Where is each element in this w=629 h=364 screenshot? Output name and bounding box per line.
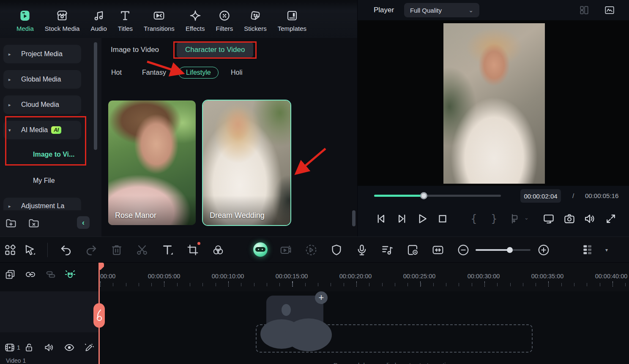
new-folder-icon[interactable] <box>5 217 17 229</box>
lock-icon[interactable] <box>24 342 35 353</box>
ai-eye <box>262 249 263 250</box>
playhead-grip[interactable] <box>93 303 105 328</box>
delete-folder-icon[interactable] <box>28 217 40 229</box>
sidebar-item-my-file[interactable]: My File <box>0 173 98 188</box>
zoom-in-icon[interactable] <box>537 243 550 257</box>
tab-label: Lifestyle <box>186 69 211 76</box>
sidebar-item-project-media[interactable]: ▸ Project Media <box>3 45 81 63</box>
preview-viewport[interactable] <box>358 20 629 186</box>
nav-item-templates[interactable]: Templates <box>272 9 312 32</box>
volume-button[interactable] <box>583 212 596 225</box>
color-match-icon[interactable] <box>211 243 225 257</box>
sidebar-item-label: Cloud Media <box>21 101 59 109</box>
previous-frame-button[interactable] <box>375 212 387 225</box>
track-label: Video 1 <box>6 357 26 364</box>
category-tab-holi[interactable]: Holi <box>231 69 243 76</box>
quality-dropdown[interactable]: Full Quality ⌄ <box>404 3 479 17</box>
content-scrollbar[interactable] <box>352 210 356 226</box>
shield-icon[interactable] <box>330 243 343 257</box>
add-to-timeline-icon[interactable] <box>4 269 16 280</box>
player-panel: Player Full Quality ⌄ 00:00:02 <box>357 0 629 236</box>
sidebar-item-ai-media[interactable]: ▾ AI Media AI <box>3 121 81 139</box>
link-clips-icon[interactable] <box>25 269 36 280</box>
ruler-label: 00:00:10:00 <box>212 273 244 280</box>
beat-detect-icon[interactable] <box>380 243 394 257</box>
nav-item-filters[interactable]: Filters <box>210 9 238 32</box>
crop-icon[interactable] <box>186 243 200 257</box>
redo-icon[interactable] <box>85 243 98 257</box>
sidebar-scrollbar[interactable] <box>94 42 97 150</box>
sidebar-item-label: Adjustment La <box>21 202 64 210</box>
stock-media-icon <box>56 9 68 22</box>
tab-character-to-video[interactable]: Character to Video <box>177 42 253 57</box>
zoom-out-icon[interactable] <box>457 243 470 257</box>
template-card-rose-manor[interactable]: Rose Manor <box>108 101 196 225</box>
cut-icon[interactable] <box>135 243 149 257</box>
marker-chevron-icon[interactable]: ⌄ <box>524 215 537 227</box>
apps-grid-icon[interactable] <box>3 243 17 257</box>
zoom-thumb[interactable] <box>507 247 513 253</box>
touch-up-icon[interactable] <box>84 342 95 353</box>
delete-icon[interactable] <box>110 243 123 257</box>
nav-item-stickers[interactable]: Stickers <box>238 9 272 32</box>
sidebar-item-cloud-media[interactable]: ▸ Cloud Media <box>3 95 81 114</box>
mirror-display-button[interactable] <box>542 212 555 225</box>
nav-label: Audio <box>90 25 107 32</box>
group-clips-icon[interactable] <box>45 269 57 280</box>
stop-button[interactable] <box>436 212 449 225</box>
select-cursor-icon[interactable] <box>23 243 37 257</box>
track-manager-caret-icon[interactable]: ▾ <box>605 247 608 253</box>
category-tab-lifestyle[interactable]: Lifestyle <box>178 67 219 79</box>
mark-in-icon: { <box>470 213 477 225</box>
undo-icon[interactable] <box>59 243 73 257</box>
tab-label: Image to Video <box>111 46 159 54</box>
track-manager-icon[interactable] <box>581 243 595 257</box>
current-time-field[interactable]: 00:00:02:04 <box>520 189 561 203</box>
next-frame-button[interactable] <box>396 212 408 225</box>
timeline-header-column: 1 Video 1 <box>0 263 99 364</box>
sidebar-footer: ‹ <box>0 210 101 236</box>
caret-right-icon: ▸ <box>8 102 18 108</box>
sidebar-item-image-to-video[interactable]: Image to Vi... <box>0 147 98 162</box>
ruler-label: 00:00:15:00 <box>276 273 308 280</box>
nav-item-titles[interactable]: Titles <box>112 9 138 32</box>
mute-icon[interactable] <box>44 342 55 353</box>
seek-slider[interactable] <box>374 195 501 197</box>
snapshot-button[interactable] <box>563 212 576 225</box>
mark-out-button[interactable]: } <box>488 212 500 225</box>
snapping-icon[interactable] <box>64 269 76 280</box>
stickers-icon <box>249 9 262 22</box>
play-button[interactable] <box>416 212 429 225</box>
audio-icon <box>93 9 105 22</box>
seek-row: 00:00:02:04 / 00:00:05:16 <box>358 186 629 207</box>
text-tool-icon[interactable] <box>161 243 174 257</box>
multi-view-grid-icon[interactable] <box>579 5 590 16</box>
nav-item-media[interactable]: Media <box>11 9 39 32</box>
nav-item-transitions[interactable]: Transitions <box>138 9 180 32</box>
template-card-dream-wedding[interactable]: Dream Wedding <box>203 101 290 225</box>
visibility-icon[interactable] <box>64 342 75 353</box>
timeline-zoom-slider[interactable] <box>476 249 531 251</box>
collapse-panel-button[interactable]: ‹ <box>77 216 90 229</box>
screen-record-icon[interactable] <box>406 243 419 257</box>
render-preview-icon[interactable] <box>304 243 318 257</box>
scopes-icon[interactable] <box>604 5 615 16</box>
tab-label: Hot <box>111 69 122 76</box>
nav-item-effects[interactable]: Effects <box>180 9 211 32</box>
ai-copilot-icon[interactable] <box>253 242 268 257</box>
fullscreen-button[interactable] <box>604 212 617 225</box>
mark-in-button[interactable]: { <box>468 212 480 225</box>
category-tab-hot[interactable]: Hot <box>111 69 122 76</box>
nav-item-stock-media[interactable]: Stock Media <box>39 9 85 32</box>
sidebar-item-global-media[interactable]: ▸ Global Media <box>3 70 81 89</box>
voiceover-mic-icon[interactable] <box>355 243 369 257</box>
ruler-label: 00:00:35:00 <box>531 273 564 280</box>
marker-button[interactable] <box>508 212 521 225</box>
ai-camera-icon[interactable] <box>279 243 293 257</box>
track-type-icon[interactable] <box>4 342 15 353</box>
auto-ripple-icon[interactable] <box>431 243 445 257</box>
nav-item-audio[interactable]: Audio <box>85 9 112 32</box>
seek-thumb[interactable] <box>420 192 427 199</box>
tab-image-to-video[interactable]: Image to Video <box>111 46 159 54</box>
category-tab-fantasy[interactable]: Fantasy <box>142 69 166 76</box>
